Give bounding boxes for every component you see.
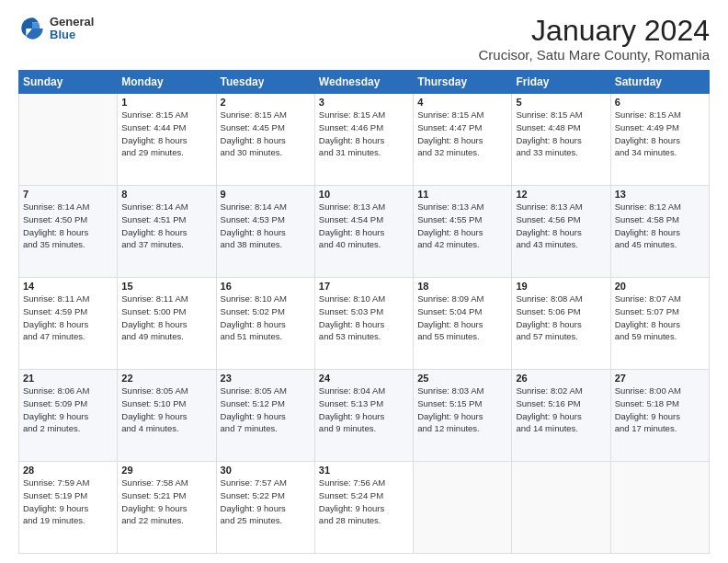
day-info: Sunrise: 8:15 AM Sunset: 4:47 PM Dayligh…: [417, 109, 507, 159]
day-number: 15: [121, 281, 211, 292]
day-info: Sunrise: 7:58 AM Sunset: 5:21 PM Dayligh…: [121, 477, 211, 527]
week-row-1: 1Sunrise: 8:15 AM Sunset: 4:44 PM Daylig…: [19, 94, 710, 186]
day-info: Sunrise: 8:07 AM Sunset: 5:07 PM Dayligh…: [615, 293, 705, 343]
calendar-header: SundayMondayTuesdayWednesdayThursdayFrid…: [19, 71, 710, 94]
day-number: 26: [516, 373, 606, 384]
day-info: Sunrise: 8:15 AM Sunset: 4:45 PM Dayligh…: [221, 109, 311, 159]
header: General Blue January 2024 Crucisor, Satu…: [18, 15, 710, 63]
day-info: Sunrise: 8:14 AM Sunset: 4:53 PM Dayligh…: [221, 201, 311, 251]
day-number: 23: [221, 373, 311, 384]
subtitle: Crucisor, Satu Mare County, Romania: [479, 47, 711, 63]
day-number: 12: [516, 189, 606, 200]
calendar-cell: 4Sunrise: 8:15 AM Sunset: 4:47 PM Daylig…: [414, 94, 512, 186]
day-info: Sunrise: 8:03 AM Sunset: 5:15 PM Dayligh…: [417, 385, 507, 435]
day-info: Sunrise: 7:57 AM Sunset: 5:22 PM Dayligh…: [221, 477, 311, 527]
day-number: 20: [615, 281, 705, 292]
day-number: 1: [121, 97, 211, 108]
logo-icon: [18, 15, 46, 42]
week-row-3: 14Sunrise: 8:11 AM Sunset: 4:59 PM Dayli…: [19, 278, 710, 370]
weekday-header-monday: Monday: [118, 71, 216, 94]
calendar-cell: [414, 462, 512, 554]
weekday-row: SundayMondayTuesdayWednesdayThursdayFrid…: [19, 71, 710, 94]
day-info: Sunrise: 8:15 AM Sunset: 4:44 PM Dayligh…: [121, 109, 211, 159]
weekday-header-friday: Friday: [512, 71, 610, 94]
calendar-cell: 5Sunrise: 8:15 AM Sunset: 4:48 PM Daylig…: [512, 94, 610, 186]
page: General Blue January 2024 Crucisor, Satu…: [0, 0, 728, 563]
day-number: 13: [615, 189, 705, 200]
calendar-cell: 13Sunrise: 8:12 AM Sunset: 4:58 PM Dayli…: [610, 186, 709, 278]
weekday-header-saturday: Saturday: [610, 71, 709, 94]
calendar-cell: [610, 462, 709, 554]
day-number: 19: [516, 281, 606, 292]
day-info: Sunrise: 8:00 AM Sunset: 5:18 PM Dayligh…: [615, 385, 705, 435]
day-info: Sunrise: 7:56 AM Sunset: 5:24 PM Dayligh…: [319, 477, 409, 527]
day-number: 21: [23, 373, 113, 384]
day-number: 29: [121, 465, 211, 476]
day-info: Sunrise: 8:12 AM Sunset: 4:58 PM Dayligh…: [615, 201, 705, 251]
day-number: 6: [615, 97, 705, 108]
calendar-table: SundayMondayTuesdayWednesdayThursdayFrid…: [18, 70, 710, 554]
calendar-cell: [19, 94, 118, 186]
day-info: Sunrise: 8:06 AM Sunset: 5:09 PM Dayligh…: [23, 385, 113, 435]
logo-general-text: General: [50, 16, 94, 29]
day-number: 31: [319, 465, 409, 476]
day-number: 3: [319, 97, 409, 108]
week-row-2: 7Sunrise: 8:14 AM Sunset: 4:50 PM Daylig…: [19, 186, 710, 278]
calendar-body: 1Sunrise: 8:15 AM Sunset: 4:44 PM Daylig…: [19, 94, 710, 554]
calendar-cell: 26Sunrise: 8:02 AM Sunset: 5:16 PM Dayli…: [512, 370, 610, 462]
calendar-cell: 15Sunrise: 8:11 AM Sunset: 5:00 PM Dayli…: [118, 278, 216, 370]
main-title: January 2024: [479, 15, 711, 47]
day-info: Sunrise: 8:14 AM Sunset: 4:50 PM Dayligh…: [23, 201, 113, 251]
calendar-cell: 23Sunrise: 8:05 AM Sunset: 5:12 PM Dayli…: [216, 370, 314, 462]
calendar-cell: 28Sunrise: 7:59 AM Sunset: 5:19 PM Dayli…: [19, 462, 118, 554]
weekday-header-wednesday: Wednesday: [314, 71, 413, 94]
day-info: Sunrise: 8:08 AM Sunset: 5:06 PM Dayligh…: [516, 293, 606, 343]
day-info: Sunrise: 7:59 AM Sunset: 5:19 PM Dayligh…: [23, 477, 113, 527]
weekday-header-thursday: Thursday: [414, 71, 512, 94]
day-number: 17: [319, 281, 409, 292]
calendar-cell: 22Sunrise: 8:05 AM Sunset: 5:10 PM Dayli…: [118, 370, 216, 462]
day-number: 30: [221, 465, 311, 476]
day-number: 5: [516, 97, 606, 108]
day-info: Sunrise: 8:14 AM Sunset: 4:51 PM Dayligh…: [121, 201, 211, 251]
day-info: Sunrise: 8:15 AM Sunset: 4:49 PM Dayligh…: [615, 109, 705, 159]
day-info: Sunrise: 8:11 AM Sunset: 4:59 PM Dayligh…: [23, 293, 113, 343]
calendar-cell: [512, 462, 610, 554]
title-block: January 2024 Crucisor, Satu Mare County,…: [479, 15, 711, 63]
logo-text: General Blue: [50, 16, 94, 42]
calendar-cell: 19Sunrise: 8:08 AM Sunset: 5:06 PM Dayli…: [512, 278, 610, 370]
calendar-cell: 29Sunrise: 7:58 AM Sunset: 5:21 PM Dayli…: [118, 462, 216, 554]
day-number: 18: [417, 281, 507, 292]
calendar-cell: 6Sunrise: 8:15 AM Sunset: 4:49 PM Daylig…: [610, 94, 709, 186]
day-info: Sunrise: 8:04 AM Sunset: 5:13 PM Dayligh…: [319, 385, 409, 435]
calendar-cell: 16Sunrise: 8:10 AM Sunset: 5:02 PM Dayli…: [216, 278, 314, 370]
day-number: 7: [23, 189, 113, 200]
day-info: Sunrise: 8:02 AM Sunset: 5:16 PM Dayligh…: [516, 385, 606, 435]
calendar-cell: 30Sunrise: 7:57 AM Sunset: 5:22 PM Dayli…: [216, 462, 314, 554]
day-number: 22: [121, 373, 211, 384]
calendar-cell: 3Sunrise: 8:15 AM Sunset: 4:46 PM Daylig…: [314, 94, 413, 186]
weekday-header-sunday: Sunday: [19, 71, 118, 94]
calendar-cell: 20Sunrise: 8:07 AM Sunset: 5:07 PM Dayli…: [610, 278, 709, 370]
day-info: Sunrise: 8:15 AM Sunset: 4:48 PM Dayligh…: [516, 109, 606, 159]
day-number: 8: [121, 189, 211, 200]
day-number: 4: [417, 97, 507, 108]
calendar-cell: 17Sunrise: 8:10 AM Sunset: 5:03 PM Dayli…: [314, 278, 413, 370]
calendar-cell: 14Sunrise: 8:11 AM Sunset: 4:59 PM Dayli…: [19, 278, 118, 370]
day-number: 24: [319, 373, 409, 384]
day-info: Sunrise: 8:10 AM Sunset: 5:02 PM Dayligh…: [221, 293, 311, 343]
calendar-cell: 18Sunrise: 8:09 AM Sunset: 5:04 PM Dayli…: [414, 278, 512, 370]
day-info: Sunrise: 8:15 AM Sunset: 4:46 PM Dayligh…: [319, 109, 409, 159]
day-info: Sunrise: 8:10 AM Sunset: 5:03 PM Dayligh…: [319, 293, 409, 343]
logo-blue-text: Blue: [50, 29, 94, 41]
day-info: Sunrise: 8:13 AM Sunset: 4:55 PM Dayligh…: [417, 201, 507, 251]
day-number: 11: [417, 189, 507, 200]
day-info: Sunrise: 8:09 AM Sunset: 5:04 PM Dayligh…: [417, 293, 507, 343]
calendar-cell: 21Sunrise: 8:06 AM Sunset: 5:09 PM Dayli…: [19, 370, 118, 462]
day-info: Sunrise: 8:11 AM Sunset: 5:00 PM Dayligh…: [121, 293, 211, 343]
day-number: 2: [221, 97, 311, 108]
calendar-cell: 10Sunrise: 8:13 AM Sunset: 4:54 PM Dayli…: [314, 186, 413, 278]
week-row-4: 21Sunrise: 8:06 AM Sunset: 5:09 PM Dayli…: [19, 370, 710, 462]
day-info: Sunrise: 8:05 AM Sunset: 5:10 PM Dayligh…: [121, 385, 211, 435]
day-number: 14: [23, 281, 113, 292]
